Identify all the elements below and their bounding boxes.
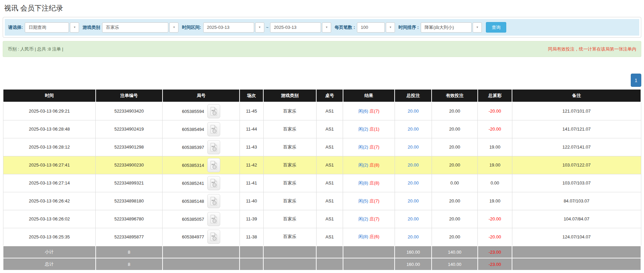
round-number: 605385241	[182, 180, 204, 186]
header-bet-id: 注单编号	[96, 89, 163, 102]
video-replay-button[interactable]	[207, 230, 220, 244]
video-replay-button[interactable]	[207, 122, 220, 136]
cell-session: 11-44	[240, 120, 263, 138]
cell-session: 11-45	[240, 102, 263, 120]
table-row[interactable]: 2025-03-13 06:26:02 522334896780 6053850…	[3, 210, 641, 228]
result-banker: 庄(8)	[370, 180, 379, 186]
round-number: 605384977	[182, 234, 204, 239]
page-size-select[interactable]: 100 ▼	[357, 22, 395, 33]
table-row[interactable]: 2025-03-13 06:27:41 522334900230 6053853…	[3, 156, 641, 174]
result-banker: 庄(7)	[370, 216, 379, 221]
filter-panel: 请选择: 日期查询 ▼ 游戏类别 百家乐 ▼ 时间区间: 2025-03-13 …	[3, 17, 641, 38]
cell-payout: 0.00	[478, 174, 512, 192]
video-replay-button[interactable]	[207, 194, 220, 208]
cell-result: 闲(2)庄(7)	[343, 138, 395, 156]
cell-game: 百家乐	[263, 156, 316, 174]
query-type-select[interactable]: 日期查询 ▼	[25, 22, 79, 33]
chevron-down-icon[interactable]: ▼	[255, 22, 264, 33]
table-row[interactable]: 2025-03-13 06:28:12 522334901298 6053853…	[3, 138, 641, 156]
page-1-button[interactable]: 1	[631, 74, 641, 87]
cell-payout: 19.00	[478, 138, 512, 156]
summary-valid-bet: 140.00	[432, 258, 477, 270]
round-number: 605385494	[182, 126, 204, 132]
cell-bet-id: 522334896780	[96, 210, 163, 228]
header-time: 时间	[3, 89, 96, 102]
cell-session: 11-40	[240, 192, 263, 210]
video-replay-button[interactable]	[207, 212, 220, 226]
cell-time: 2025-03-13 06:27:41	[3, 156, 96, 174]
query-button[interactable]: 查询	[486, 22, 506, 33]
cell-result: 闲(2)庄(8)	[343, 156, 395, 174]
summary-payout: -23.00	[478, 258, 512, 270]
cell-remark: 103.07/122.07	[512, 156, 641, 174]
summary-row: 总计 8 160.00 140.00 -23.00	[3, 258, 641, 270]
cell-payout: -20.00	[478, 120, 512, 138]
video-replay-button[interactable]	[207, 104, 220, 118]
summary-count: 8	[96, 246, 163, 258]
cell-bet-id: 522334900230	[96, 156, 163, 174]
cell-table: AS1	[316, 102, 343, 120]
query-type-value: 日期查询	[29, 24, 46, 31]
cell-game: 百家乐	[263, 138, 316, 156]
result-banker: 庄(7)	[370, 109, 379, 114]
date-to-value: 2025-03-13	[274, 25, 297, 30]
cell-payout: -20.00	[478, 228, 512, 246]
cell-session: 11-43	[240, 138, 263, 156]
video-file-icon	[210, 215, 217, 223]
summary-empty	[316, 258, 343, 270]
result-player: 闲(5)	[358, 198, 368, 203]
result-player: 闲(8)	[358, 234, 368, 239]
result-player: 闲(6)	[358, 109, 368, 114]
cell-remark: 122.07/141.07	[512, 138, 641, 156]
table-row[interactable]: 2025-03-13 06:27:14 522334899321 6053852…	[3, 174, 641, 192]
video-replay-button[interactable]	[207, 140, 220, 154]
chevron-down-icon[interactable]: ▼	[473, 22, 482, 33]
summary-total-bet: 160.00	[395, 246, 432, 258]
summary-empty	[343, 258, 395, 270]
cell-result: 闲(2)庄(7)	[343, 210, 395, 228]
table-row[interactable]: 2025-03-13 06:26:42 522334898180 6053851…	[3, 192, 641, 210]
result-player: 闲(2)	[358, 144, 368, 150]
cell-total-bet: 20.00	[395, 192, 432, 210]
chevron-down-icon[interactable]: ▼	[386, 22, 395, 33]
cell-round: 605384977	[163, 228, 240, 246]
round-number: 605385148	[182, 198, 204, 203]
chevron-down-icon[interactable]: ▼	[70, 22, 79, 33]
chevron-down-icon[interactable]: ▼	[322, 22, 331, 33]
date-to-select[interactable]: 2025-03-13 ▼	[270, 22, 331, 33]
cell-bet-id: 522334902419	[96, 120, 163, 138]
summary-empty	[163, 246, 240, 258]
summary-bar: 币别 : 人民币 | 总共 :8 注单 | 同局有效投注，统一计算在该局第一张注…	[3, 41, 641, 57]
cell-table: AS1	[316, 120, 343, 138]
cell-game: 百家乐	[263, 210, 316, 228]
query-type-label: 请选择:	[8, 24, 23, 31]
cell-round: 605385397	[163, 138, 240, 156]
game-type-select[interactable]: 百家乐 ▼	[102, 22, 178, 33]
cell-valid-bet: 20.00	[432, 120, 477, 138]
cell-bet-id: 522334898180	[96, 192, 163, 210]
table-row[interactable]: 2025-03-13 06:25:35 522334895877 6053849…	[3, 228, 641, 246]
date-from-value: 2025-03-13	[207, 25, 230, 30]
header-result: 结果	[343, 89, 395, 102]
chevron-down-icon[interactable]: ▼	[169, 22, 178, 33]
result-player: 闲(2)	[358, 216, 368, 221]
round-number: 605385397	[182, 144, 204, 150]
table-row[interactable]: 2025-03-13 06:29:21 522334903420 6053855…	[3, 102, 641, 120]
video-file-icon	[210, 197, 217, 206]
summary-row: 小计 8 160.00 140.00 -23.00	[3, 246, 641, 258]
video-replay-button[interactable]	[207, 176, 220, 190]
cell-game: 百家乐	[263, 120, 316, 138]
result-banker: 庄(8)	[370, 162, 379, 168]
table-row[interactable]: 2025-03-13 06:28:48 522334902419 6053854…	[3, 120, 641, 138]
cell-round: 605385057	[163, 210, 240, 228]
summary-empty	[512, 246, 641, 258]
video-replay-button[interactable]	[207, 158, 220, 172]
header-game: 游戏类别	[263, 89, 316, 102]
date-from-select[interactable]: 2025-03-13 ▼	[203, 22, 264, 33]
header-total-bet: 总投注	[395, 89, 432, 102]
time-sort-select[interactable]: 降冪(由大到小) ▼	[421, 22, 482, 33]
cell-table: AS1	[316, 174, 343, 192]
summary-empty	[512, 258, 641, 270]
cell-bet-id: 522334899321	[96, 174, 163, 192]
cell-remark: 104.07/84.07	[512, 210, 641, 228]
